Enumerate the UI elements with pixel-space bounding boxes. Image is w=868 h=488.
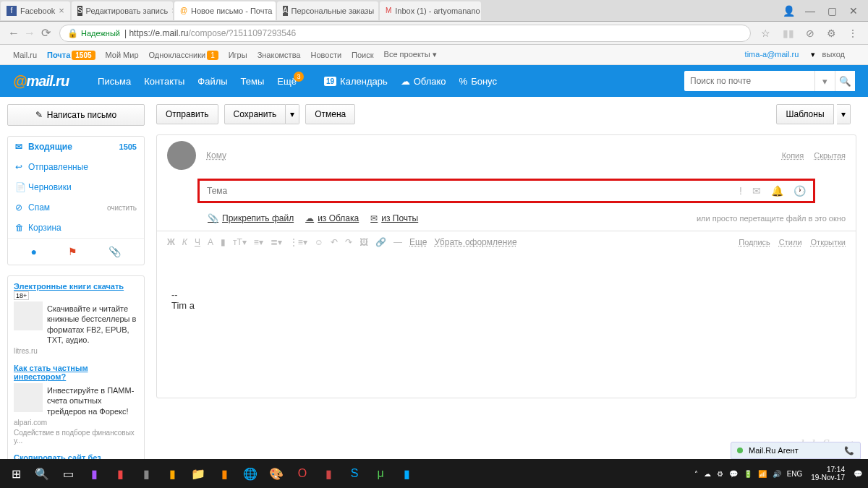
opera-icon[interactable]: O [289, 461, 315, 487]
minimize-icon[interactable]: — [799, 5, 821, 17]
attachment-filter-icon[interactable]: 📎 [109, 246, 121, 257]
tab-orders[interactable]: AПерсональные заказы× [277, 1, 378, 20]
unread-filter-icon[interactable]: ● [31, 246, 37, 257]
agent-bar[interactable]: Mail.Ru Агент 📞 [731, 442, 861, 459]
clock[interactable]: 17:14 19-Nov-17 [805, 466, 851, 481]
remove-format[interactable]: Убрать оформление [435, 237, 517, 247]
settings-icon[interactable]: ⚙ [827, 27, 836, 39]
tray-icon[interactable]: ⚙ [717, 470, 723, 478]
attach-cloud-link[interactable]: ☁из Облака [305, 213, 359, 223]
templates-button[interactable]: Шаблоны [776, 104, 833, 124]
folder-sent[interactable]: ↩Отправленные [8, 157, 144, 177]
close-icon[interactable]: × [171, 5, 173, 16]
portal-link[interactable]: Игры [229, 51, 247, 59]
app-icon[interactable]: 🎨 [263, 461, 289, 487]
tray-chevron-icon[interactable]: ˄ [694, 470, 698, 478]
taskview-icon[interactable]: ▭ [55, 461, 81, 487]
send-button[interactable]: Отправить [156, 104, 218, 124]
app-icon[interactable]: ▮ [133, 461, 159, 487]
app-icon[interactable]: ▮ [315, 461, 341, 487]
nav-letters[interactable]: Письма [98, 76, 131, 87]
tab-edit[interactable]: SРедактировать запись× [72, 1, 173, 20]
more-formatting[interactable]: Еще [409, 237, 427, 247]
clear-spam[interactable]: очистить [107, 204, 137, 212]
hr-icon[interactable]: — [393, 237, 402, 247]
nav-contacts[interactable]: Контакты [144, 76, 184, 87]
skype-icon[interactable]: S [341, 461, 367, 487]
list-icon[interactable]: ⋮≡▾ [289, 237, 307, 247]
lang-indicator[interactable]: ENG [787, 470, 803, 478]
url-input[interactable]: 🔒 Надежный | https://e.mail.ru /compose/… [59, 25, 751, 42]
notifications-icon[interactable]: 💬 [854, 470, 862, 478]
portal-link[interactable]: Mail.ru [13, 51, 37, 59]
image-icon[interactable]: 🖼 [359, 237, 368, 247]
nav-more[interactable]: Ещё3 [277, 76, 297, 87]
search-button[interactable]: 🔍 [835, 71, 855, 91]
color-icon[interactable]: A [208, 237, 213, 247]
receipt-icon[interactable]: ✉ [752, 185, 761, 197]
folder-trash[interactable]: 🗑Корзина [8, 218, 144, 238]
hidden-link[interactable]: Скрытая [814, 151, 846, 160]
nav-cloud[interactable]: ☁Облако [401, 76, 446, 87]
cancel-button[interactable]: Отмена [305, 104, 355, 124]
close-icon[interactable]: × [378, 5, 378, 16]
signature-link[interactable]: Подпись [739, 238, 770, 247]
nav-themes[interactable]: Темы [241, 76, 265, 87]
tab-facebook[interactable]: fFacebook× [1, 1, 70, 20]
folder-inbox[interactable]: ✉Входящие1505 [8, 137, 144, 157]
app-icon[interactable]: ▮ [107, 461, 133, 487]
portal-link[interactable]: Знакомства [258, 51, 301, 59]
cards-link[interactable]: Открытки [811, 238, 846, 247]
explorer-icon[interactable]: 📁 [185, 461, 211, 487]
chrome-icon[interactable]: 🌐 [237, 461, 263, 487]
flag-filter-icon[interactable]: ⚑ [68, 246, 77, 257]
portal-link[interactable]: Новости [310, 51, 341, 59]
tab-mail-compose[interactable]: @Новое письмо - Почта× [174, 1, 276, 20]
close-icon[interactable]: × [59, 5, 64, 16]
app-icon[interactable]: ▮ [159, 461, 185, 487]
templates-dropdown[interactable]: ▾ [837, 104, 851, 124]
search-icon[interactable]: 🔍 [29, 461, 55, 487]
schedule-icon[interactable]: 🕐 [793, 185, 806, 197]
link-icon[interactable]: 🔗 [375, 237, 386, 247]
nav-bonus[interactable]: %Бонус [459, 76, 497, 87]
align-icon[interactable]: ≡▾ [254, 237, 263, 247]
italic-icon[interactable]: К [182, 237, 187, 247]
emoji-icon[interactable]: ☺ [315, 237, 323, 247]
forward-icon[interactable]: → [22, 27, 38, 40]
editor-body[interactable]: -- Tim a [157, 253, 856, 398]
portal-link[interactable]: Поиск [352, 51, 373, 59]
priority-icon[interactable]: ! [739, 185, 742, 197]
underline-icon[interactable]: Ч [195, 237, 200, 247]
redo-icon[interactable]: ↷ [345, 237, 352, 247]
maximize-icon[interactable]: ▢ [821, 5, 843, 17]
profile-icon[interactable]: 👤 [778, 5, 799, 17]
close-window-icon[interactable]: ✕ [843, 5, 864, 17]
portal-link[interactable]: Одноклассники1 [149, 51, 218, 59]
to-label[interactable]: Кому [206, 150, 226, 160]
bold-icon[interactable]: Ж [167, 237, 175, 247]
tray-icon[interactable]: ☁ [704, 470, 711, 478]
app-icon[interactable]: ▮ [393, 461, 420, 487]
volume-icon[interactable]: 🔊 [773, 470, 781, 478]
start-icon[interactable]: ⊞ [3, 461, 29, 487]
attach-file-link[interactable]: 📎Прикрепить файл [208, 213, 294, 223]
folder-drafts[interactable]: 📄Черновики [8, 177, 144, 197]
bgcolor-icon[interactable]: ▮ [221, 237, 226, 247]
reload-icon[interactable]: ⟳ [38, 26, 54, 40]
nav-calendar[interactable]: 19Календарь [324, 76, 388, 87]
wifi-icon[interactable]: 📶 [758, 470, 767, 478]
app-icon[interactable]: ▮ [81, 461, 107, 487]
utorrent-icon[interactable]: μ [367, 461, 393, 487]
ad-link[interactable]: Как стать частным инвестором? [14, 364, 138, 381]
app-icon[interactable]: ▮ [211, 461, 237, 487]
indent-icon[interactable]: ≣▾ [271, 237, 282, 247]
subject-input[interactable] [207, 186, 739, 196]
styles-link[interactable]: Стили [779, 238, 802, 247]
phone-icon[interactable]: 📞 [844, 446, 854, 455]
folder-spam[interactable]: ⊘Спамочистить [8, 197, 144, 218]
compose-button[interactable]: Написать письмо [7, 104, 145, 126]
star-icon[interactable]: ☆ [761, 27, 770, 39]
notify-icon[interactable]: 🔔 [771, 185, 783, 197]
undo-icon[interactable]: ↶ [331, 237, 338, 247]
